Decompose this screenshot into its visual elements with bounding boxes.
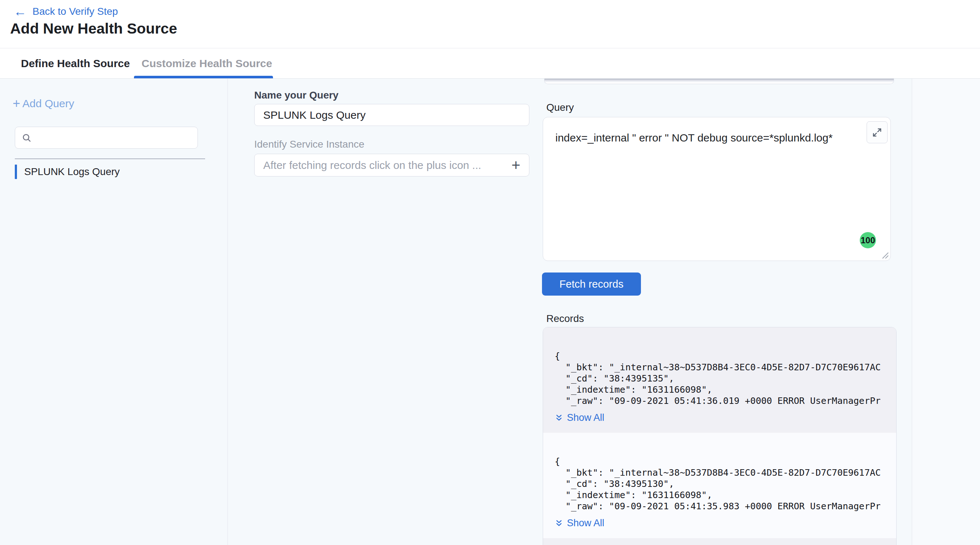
magnifier-icon — [22, 133, 32, 143]
identify-service-instance-label: Identify Service Instance — [254, 138, 364, 150]
query-sidebar: + Add Query SPLUNK Logs Query — [0, 79, 228, 545]
record-json-line: { — [555, 350, 880, 362]
service-instance-placeholder: After fetching records click on the plus… — [263, 159, 481, 172]
show-all-button[interactable]: Show All — [555, 412, 605, 423]
records-label: Records — [546, 313, 584, 324]
sidebar-divider — [15, 159, 205, 159]
search-input[interactable] — [36, 132, 191, 143]
record-card: { "_bkt": "_internal~38~D537D8B4-3EC0-4D… — [543, 433, 896, 538]
plus-icon: + — [13, 98, 20, 109]
name-query-label: Name your Query — [254, 89, 338, 101]
fetch-records-button[interactable]: Fetch records — [542, 272, 641, 296]
query-textarea[interactable]: index=_internal " error " NOT debug sour… — [543, 117, 891, 261]
record-count-badge: 100 — [860, 232, 876, 248]
show-all-label: Show All — [567, 412, 605, 423]
record-json: { "_bkt": "_internal~38~D537D8B4-3EC0-4D… — [555, 456, 880, 512]
sidebar-item-splunk-logs-query[interactable]: SPLUNK Logs Query — [15, 165, 120, 179]
tab-bar: Define Health Source Customize Health So… — [0, 48, 980, 79]
record-json-line: "_raw": "09-09-2021 05:41:35.983 +0000 E… — [555, 501, 880, 512]
right-gutter — [912, 79, 980, 545]
record-json-line: "_cd": "38:4395130", — [555, 478, 880, 489]
service-instance-input[interactable]: After fetching records click on the plus… — [254, 154, 529, 176]
record-json: { "_bkt": "_internal~38~D537D8B4-3EC0-4D… — [555, 350, 880, 407]
query-item-label: SPLUNK Logs Query — [24, 166, 120, 178]
content-area: + Add Query SPLUNK Logs Query Name your … — [0, 79, 980, 545]
records-panel: { "_bkt": "_internal~38~D537D8B4-3EC0-4D… — [543, 327, 897, 545]
back-to-verify-link[interactable]: ← Back to Verify Step — [14, 6, 118, 17]
record-json-line: "_indextime": "1631166098", — [555, 384, 880, 395]
records-list: { "_bkt": "_internal~38~D537D8B4-3EC0-4D… — [543, 327, 896, 545]
expand-query-button[interactable] — [867, 121, 888, 143]
show-all-label: Show All — [567, 518, 605, 529]
tab-customize-health-source[interactable]: Customize Health Source — [142, 48, 272, 79]
double-chevron-down-icon — [555, 414, 563, 422]
query-name-input[interactable]: SPLUNK Logs Query — [254, 104, 529, 126]
record-card-partial — [543, 538, 896, 545]
selected-indicator-bar — [15, 165, 17, 179]
back-link-label: Back to Verify Step — [32, 6, 118, 17]
record-json-line: "_indextime": "1631166098", — [555, 489, 880, 501]
page-title: Add New Health Source — [10, 20, 177, 37]
cutoff-text-fade — [544, 79, 894, 84]
page-header: ← Back to Verify Step Add New Health Sou… — [0, 0, 980, 48]
query-label: Query — [546, 102, 574, 113]
scrolled-input-cutoff[interactable] — [544, 79, 894, 84]
active-tab-underline — [134, 76, 273, 78]
tab-define-health-source[interactable]: Define Health Source — [21, 48, 130, 79]
add-query-label: Add Query — [22, 97, 74, 110]
query-name-value: SPLUNK Logs Query — [263, 109, 366, 121]
record-json-line: "_raw": "09-09-2021 05:41:36.019 +0000 E… — [555, 395, 880, 407]
double-chevron-down-icon — [555, 519, 563, 528]
add-query-button[interactable]: + Add Query — [13, 97, 74, 110]
record-json-line: "_bkt": "_internal~38~D537D8B4-3EC0-4D5E… — [555, 362, 880, 373]
arrow-left-icon: ← — [14, 6, 27, 17]
record-card: { "_bkt": "_internal~38~D537D8B4-3EC0-4D… — [543, 327, 896, 433]
show-all-button[interactable]: Show All — [555, 518, 605, 529]
record-json-line: "_bkt": "_internal~38~D537D8B4-3EC0-4D5E… — [555, 467, 880, 478]
query-value: index=_internal " error " NOT debug sour… — [555, 132, 833, 144]
expand-arrows-icon — [872, 127, 883, 138]
plus-icon[interactable]: + — [511, 158, 520, 173]
record-json-line: { — [555, 456, 880, 467]
record-json-line: "_cd": "38:4395135", — [555, 373, 880, 384]
query-search-box[interactable] — [15, 127, 198, 149]
add-health-source-page: ← Back to Verify Step Add New Health Sou… — [0, 0, 980, 545]
resize-grip-icon[interactable] — [881, 251, 889, 259]
